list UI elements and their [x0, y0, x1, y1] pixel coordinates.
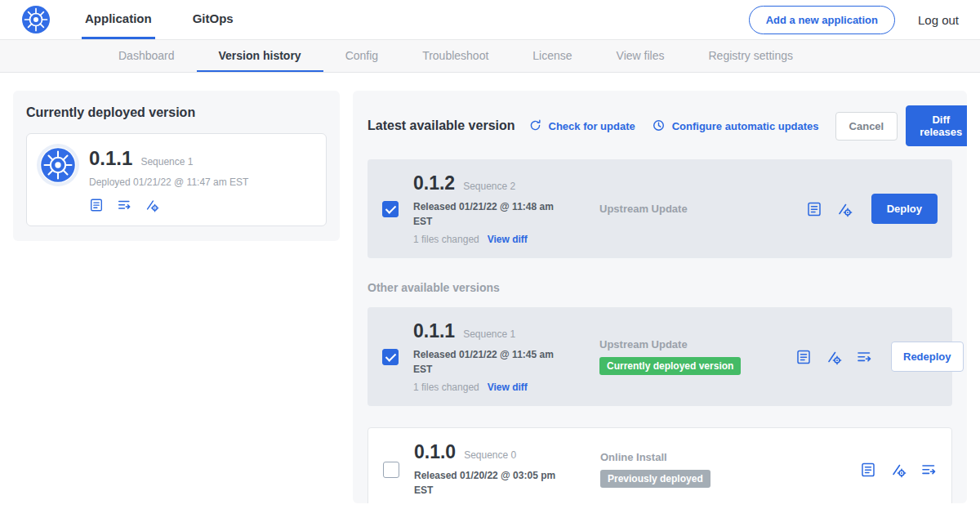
version-row-0-1-0: 0.1.0 Sequence 0 Released 01/20/22 @ 03:… [368, 427, 952, 503]
deploy-button[interactable]: Deploy [871, 194, 938, 224]
deployed-version-number: 0.1.1 [89, 147, 132, 170]
view-diff-link[interactable]: View diff [488, 234, 528, 245]
files-changed-count: 1 files changed [413, 382, 479, 393]
source-label: Upstream Update [599, 203, 795, 215]
version-source: Upstream Update Currently deployed versi… [599, 338, 795, 375]
version-source: Online Install Previously deployed [600, 451, 796, 488]
deployed-card-title: Currently deployed version [26, 105, 327, 120]
deploy-logs-icon[interactable] [920, 462, 937, 478]
subnav-dashboard[interactable]: Dashboard [96, 40, 197, 72]
version-number: 0.1.1 [413, 320, 455, 342]
source-label: Online Install [600, 451, 796, 463]
deploy-logs-icon[interactable] [856, 349, 872, 365]
release-date: Released 01/21/22 @ 11:45 am EST [413, 347, 562, 377]
currently-deployed-card: Currently deployed version 0.1.1 Sequenc… [13, 91, 340, 241]
version-row-0-1-1: 0.1.1 Sequence 1 Released 01/21/22 @ 11:… [368, 307, 952, 406]
currently-deployed-badge: Currently deployed version [599, 357, 741, 375]
edit-config-icon[interactable] [826, 349, 842, 365]
version-sequence: Sequence 2 [463, 181, 515, 192]
version-number: 0.1.2 [413, 172, 455, 194]
kubernetes-logo-icon[interactable] [21, 5, 51, 34]
version-actions [860, 462, 937, 478]
release-date: Released 01/21/22 @ 11:48 am EST [413, 199, 562, 229]
version-sequence: Sequence 1 [463, 328, 515, 340]
release-notes-icon[interactable] [89, 198, 104, 212]
release-notes-icon[interactable] [860, 462, 876, 478]
version-checkbox[interactable] [382, 201, 399, 217]
subnav-version-history[interactable]: Version history [197, 40, 323, 72]
tab-gitops-label: GitOps [193, 11, 234, 25]
subnav-license[interactable]: License [510, 40, 594, 72]
diff-releases-button[interactable]: Diff releases [906, 105, 967, 146]
redeploy-button[interactable]: Redeploy [891, 342, 964, 372]
subnav-view-files[interactable]: View files [595, 40, 687, 72]
edit-config-icon[interactable] [145, 198, 159, 212]
subnav-troubleshoot[interactable]: Troubleshoot [400, 40, 510, 72]
configure-automatic-updates-link[interactable]: Configure automatic updates [652, 118, 819, 133]
refresh-icon [528, 118, 543, 133]
deployed-sequence: Sequence 1 [140, 156, 193, 167]
other-versions-title: Other available versions [368, 281, 952, 294]
source-label: Upstream Update [599, 338, 795, 351]
release-date: Released 01/20/22 @ 03:05 pm EST [414, 468, 563, 498]
subnav-config[interactable]: Config [323, 40, 400, 72]
deployed-version-card: 0.1.1 Sequence 1 Deployed 01/21/22 @ 11:… [26, 133, 327, 226]
version-sequence: Sequence 0 [464, 449, 516, 461]
tab-application-label: Application [85, 11, 152, 25]
tab-gitops[interactable]: GitOps [189, 0, 237, 39]
top-navigation: Application GitOps Add a new application… [0, 0, 980, 40]
logout-link[interactable]: Log out [918, 13, 959, 27]
app-sub-navigation: Dashboard Version history Config Trouble… [0, 40, 980, 73]
version-info: 0.1.1 Sequence 1 Released 01/21/22 @ 11:… [413, 320, 599, 393]
version-info: 0.1.2 Sequence 2 Released 01/21/22 @ 11:… [413, 172, 599, 245]
edit-config-icon[interactable] [890, 462, 906, 478]
release-notes-icon[interactable] [806, 201, 822, 217]
version-info: 0.1.0 Sequence 0 Released 01/20/22 @ 03:… [414, 441, 600, 498]
files-changed-count: 1 files changed [413, 234, 479, 245]
clock-icon [652, 118, 666, 133]
app-logo-icon [40, 147, 76, 183]
deploy-logs-icon[interactable] [117, 198, 131, 212]
panel-header: Latest available version Check for updat… [368, 105, 952, 146]
version-actions: Redeploy [795, 342, 964, 372]
add-new-application-button[interactable]: Add a new application [749, 6, 895, 34]
edit-config-icon[interactable] [836, 201, 853, 217]
check-for-update-link[interactable]: Check for update [528, 118, 635, 133]
release-notes-icon[interactable] [795, 349, 812, 365]
version-row-0-1-2: 0.1.2 Sequence 2 Released 01/21/22 @ 11:… [368, 159, 952, 258]
version-source: Upstream Update [599, 203, 795, 215]
previously-deployed-badge: Previously deployed [600, 470, 710, 488]
version-checkbox[interactable] [382, 349, 399, 365]
view-diff-link[interactable]: View diff [488, 382, 528, 393]
main-content: Currently deployed version 0.1.1 Sequenc… [0, 73, 980, 503]
version-number: 0.1.0 [414, 441, 456, 463]
deployed-timestamp: Deployed 01/21/22 @ 11:47 am EST [89, 176, 248, 188]
version-checkbox[interactable] [383, 462, 399, 478]
subnav-registry-settings[interactable]: Registry settings [686, 40, 814, 72]
version-actions: Deploy [806, 194, 938, 224]
available-versions-panel: Latest available version Check for updat… [353, 91, 967, 503]
cancel-button[interactable]: Cancel [835, 112, 898, 141]
tab-application[interactable]: Application [82, 0, 155, 39]
latest-available-title: Latest available version [368, 118, 515, 133]
